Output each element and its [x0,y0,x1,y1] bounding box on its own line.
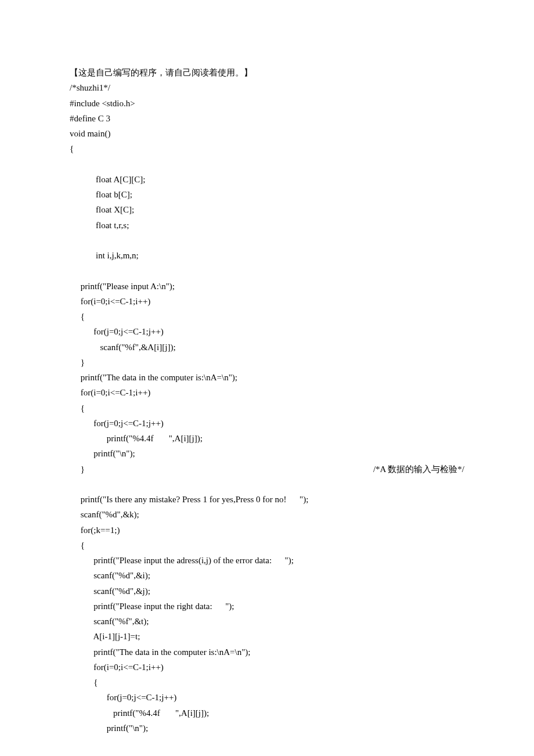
code-line [70,263,464,278]
code-line-comment: /*A 数据的输入与检验*/ [373,462,464,477]
code-line [70,477,464,492]
code-line: #include <stdio.h> [70,96,464,111]
code-line: scanf("%f",&t); [70,614,464,629]
code-line: for(i=0;i<=C-1;i++) [70,294,464,309]
code-line: printf("The data in the computer is:\nA=… [70,645,464,660]
code-line [70,233,464,248]
code-line [70,157,464,172]
code-line: printf("Please input the right data: "); [70,599,464,614]
code-line: float b[C]; [70,187,464,202]
code-line: #define C 3 [70,111,464,126]
code-line-with-comment: } /*A 数据的输入与检验*/ [70,462,464,477]
code-line: for(j=0;j<=C-1;j++) [70,690,464,705]
code-line: for(i=0;i<=C-1;i++) [70,660,464,675]
code-line: printf("\n"); [70,721,464,736]
code-line: for(j=0;j<=C-1;j++) [70,416,464,431]
code-block-1: 【这是自己编写的程序，请自己阅读着使用。】/*shuzhi1*/#include… [70,65,464,462]
code-line: scanf("%d",&k); [70,507,464,522]
code-line: /*shuzhi1*/ [70,80,464,95]
code-line: printf("%4.4f ",A[i][j]); [70,705,464,721]
code-line: printf("Is there any mistake? Press 1 fo… [70,492,464,507]
code-line: for(j=0;j<=C-1;j++) [70,324,464,339]
code-line: void main() [70,126,464,141]
code-line: printf("Please input the adress(i,j) of … [70,553,464,568]
code-line: { [70,141,464,156]
code-line: { [70,401,464,416]
code-block-2: printf("Is there any mistake? Press 1 fo… [70,477,464,736]
code-line-left: } [70,462,85,477]
code-line: printf("%4.4f ",A[i][j]); [70,431,464,446]
code-line: A[i-1][j-1]=t; [70,629,464,644]
code-line: float A[C][C]; [70,172,464,187]
code-line: 【这是自己编写的程序，请自己阅读着使用。】 [70,65,464,80]
code-line: printf("The data in the computer is:\nA=… [70,370,464,385]
code-line: scanf("%d",&j); [70,584,464,599]
code-line: { [70,675,464,690]
code-line: float X[C]; [70,202,464,217]
code-line: printf("Please input A:\n"); [70,279,464,294]
code-line: { [70,309,464,324]
code-line: { [70,538,464,553]
code-line: } [70,355,464,370]
code-line: printf("\n"); [70,446,464,461]
code-line: float t,r,s; [70,218,464,233]
code-line: scanf("%f",&A[i][j]); [70,340,464,355]
code-line: for(i=0;i<=C-1;i++) [70,385,464,400]
code-line: scanf("%d",&i); [70,568,464,583]
code-line: for(;k==1;) [70,523,464,538]
document-page: 【这是自己编写的程序，请自己阅读着使用。】/*shuzhi1*/#include… [0,0,534,756]
code-line: int i,j,k,m,n; [70,248,464,263]
